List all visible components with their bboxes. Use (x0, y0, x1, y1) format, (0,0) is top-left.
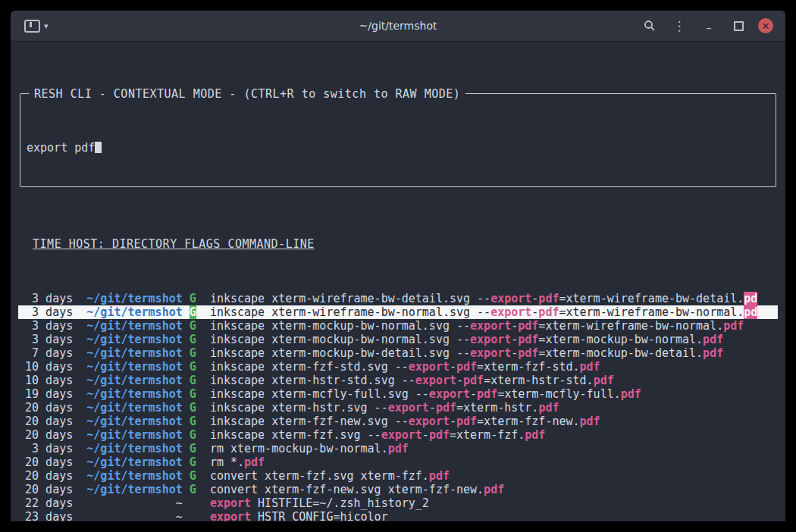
history-row[interactable]: 20 days ~/git/termshot G inkscape xterm-… (18, 415, 778, 428)
history-row[interactable]: 19 days ~/git/termshot G inkscape xterm-… (18, 387, 778, 401)
row-segment: inkscape xterm-fzf.svg -- (210, 428, 381, 442)
row-segment (183, 455, 190, 469)
row-segment (183, 292, 190, 305)
row-segment: pdf (244, 455, 265, 469)
history-row[interactable]: 20 days ~/git/termshot G convert xterm-f… (18, 469, 778, 483)
row-segment: ~/git/termshot (80, 469, 182, 483)
row-segment (183, 415, 190, 428)
row-segment: 23 days (18, 510, 80, 521)
menu-button[interactable]: ⋮ (669, 16, 689, 36)
row-segment (196, 387, 210, 401)
row-segment: ~/git/termshot (80, 483, 182, 496)
row-segment: =xterm-hstr. (456, 401, 538, 415)
row-segment: 7 days (18, 346, 80, 360)
new-tab-button[interactable]: ▾ (24, 20, 49, 33)
row-segment: pdf (484, 483, 504, 496)
history-row-selected[interactable]: 3 days ~/git/termshot G inkscape xterm-w… (18, 305, 778, 319)
row-segment: ~/git/termshot (80, 415, 182, 428)
row-segment: 20 days (18, 428, 80, 442)
row-segment: 10 days (18, 374, 80, 387)
search-query-input[interactable]: export pdf (20, 135, 776, 159)
row-segment (196, 401, 210, 415)
row-segment: pdf (456, 415, 477, 428)
row-segment: G (190, 305, 196, 319)
row-segment (183, 374, 190, 387)
row-segment: rm xterm-mockup-bw-normal. (210, 442, 388, 455)
row-segment: 20 days (18, 483, 80, 496)
restore-button[interactable] (729, 16, 748, 36)
history-row[interactable]: 20 days ~/git/termshot G inkscape xterm-… (18, 428, 778, 442)
row-segment (183, 319, 190, 333)
row-segment: 3 days (18, 305, 80, 319)
row-segment: inkscape xterm-mockup-bw-normal.svg -- (210, 319, 470, 333)
row-segment: ~/git/termshot (80, 374, 182, 387)
row-segment: pdf (580, 415, 600, 428)
minimize-button[interactable]: – (699, 14, 719, 38)
titlebar-right: ⋮ – ✕ (630, 14, 785, 38)
close-button[interactable]: ✕ (758, 18, 773, 33)
row-segment: export (409, 415, 450, 428)
search-button[interactable] (640, 16, 660, 36)
row-segment: G (190, 292, 196, 305)
history-row[interactable]: 3 days ~/git/termshot G inkscape xterm-w… (18, 292, 778, 305)
row-segment: 3 days (18, 292, 80, 305)
row-segment: 20 days (18, 401, 80, 415)
row-segment: pdf (436, 401, 456, 415)
row-segment: pd (744, 292, 757, 305)
row-segment (183, 428, 190, 442)
row-segment: - (511, 346, 518, 360)
row-segment: pdf (723, 319, 744, 333)
row-segment: =xterm-mcfly-full. (497, 387, 621, 401)
history-row[interactable]: 10 days ~/git/termshot G inkscape xterm-… (18, 360, 778, 374)
row-segment: G (190, 401, 196, 415)
row-segment: inkscape xterm-hstr.svg -- (210, 401, 388, 415)
row-segment (196, 319, 210, 333)
row-segment: export (470, 333, 511, 346)
history-row[interactable]: 3 days ~/git/termshot G inkscape xterm-m… (18, 319, 778, 333)
row-segment: 20 days (18, 455, 80, 469)
row-segment: ~/git/termshot (80, 428, 182, 442)
row-segment: pdf (703, 346, 723, 360)
history-row[interactable]: 23 days ~ export HSTR_CONFIG=hicolor (18, 510, 778, 521)
search-query-text: export pdf (27, 141, 95, 155)
row-segment: pdf (518, 346, 538, 360)
terminal-content: RESH CLI - CONTEXTUAL MODE - (CTRL+R to … (11, 42, 785, 521)
row-segment (196, 455, 210, 469)
row-segment: - (422, 428, 429, 442)
row-segment (196, 292, 210, 305)
row-segment: ~/git/termshot (80, 360, 182, 374)
row-segment: ~/git/termshot (80, 455, 182, 469)
titlebar: ▾ ~/git/termshot ⋮ – ✕ (11, 11, 785, 42)
row-segment: export (490, 292, 531, 305)
history-row[interactable]: 10 days ~/git/termshot G inkscape xterm-… (18, 374, 778, 387)
history-row[interactable]: 3 days ~/git/termshot G inkscape xterm-m… (18, 333, 778, 346)
row-segment: G (190, 428, 196, 442)
row-segment: - (429, 401, 436, 415)
history-row[interactable]: 22 days ~ export HISTFILE=~/.zsh_history… (18, 496, 778, 510)
row-segment: - (470, 387, 477, 401)
row-segment (183, 483, 190, 496)
history-row[interactable]: 7 days ~/git/termshot G inkscape xterm-m… (18, 346, 778, 360)
row-segment: ~/git/termshot (80, 319, 182, 333)
history-row[interactable]: 20 days ~/git/termshot G rm *.pdf (18, 455, 778, 469)
row-segment: inkscape xterm-mockup-bw-normal.svg -- (210, 333, 470, 346)
row-segment: HSTR_CONFIG=hicolor (251, 510, 388, 521)
row-segment (183, 442, 190, 455)
header-columns-label: TIME HOST: DIRECTORY FLAGS COMMAND-LINE (33, 237, 315, 251)
row-segment: =xterm-wireframe-bw-normal. (559, 305, 744, 319)
row-segment (183, 387, 190, 401)
resh-search-box: RESH CLI - CONTEXTUAL MODE - (CTRL+R to … (20, 93, 776, 187)
row-segment: 3 days (18, 333, 80, 346)
row-segment: 20 days (18, 415, 80, 428)
row-segment: G (190, 319, 196, 333)
row-segment: G (190, 387, 196, 401)
history-row[interactable]: 20 days ~/git/termshot G inkscape xterm-… (18, 401, 778, 415)
history-row[interactable]: 20 days ~/git/termshot G convert xterm-f… (18, 483, 778, 496)
row-segment: export (470, 346, 511, 360)
row-segment: pdf (463, 374, 484, 387)
row-segment: export (210, 496, 251, 510)
row-segment: pdf (518, 333, 538, 346)
terminal-window: ▾ ~/git/termshot ⋮ – ✕ (11, 11, 785, 521)
row-segment: G (190, 442, 196, 455)
history-row[interactable]: 3 days ~/git/termshot G rm xterm-mockup-… (18, 442, 778, 455)
